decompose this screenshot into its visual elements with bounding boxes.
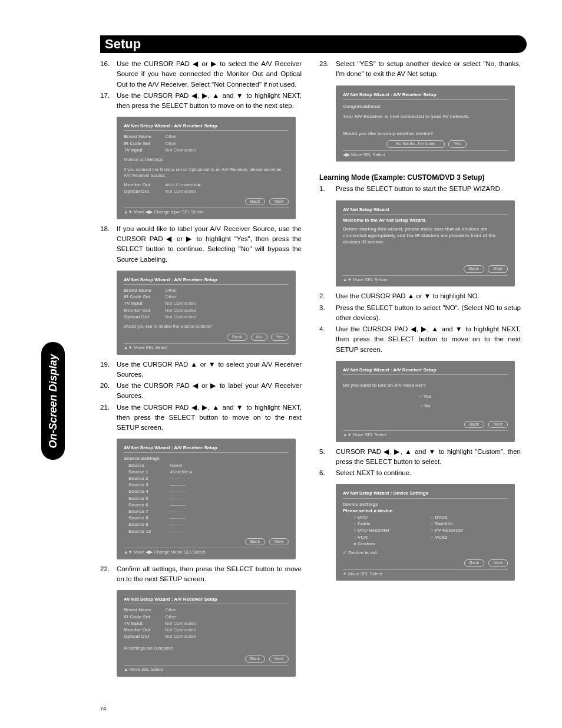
yes-button[interactable]: Yes	[271, 334, 289, 341]
step-text: Use the CURSOR PAD ◀, ▶, ▲ and ▼ to high…	[117, 91, 302, 111]
section-heading: Learning Mode (Example: CUSTOM/DVD 3 Set…	[319, 172, 521, 183]
device-set-status: ✓ Device is set.	[343, 549, 508, 556]
field-label: Optical Out	[124, 633, 165, 640]
step-text: Use the CURSOR PAD ▲ or ▼ to select your…	[117, 360, 302, 380]
yes-button[interactable]: Yes	[448, 140, 466, 148]
back-button[interactable]: Back	[245, 538, 266, 546]
screen-footer: ▲▼ Move SEL Return	[343, 275, 508, 284]
side-tab-label: On-Screen Display	[47, 354, 59, 448]
screen-title: AV Net Setup Wizard : A/V Receiver Setup	[343, 91, 508, 100]
next-button[interactable]: Next	[269, 198, 289, 206]
source-label: Source 6	[124, 502, 170, 508]
field-label: IR Code Set	[124, 140, 165, 147]
step-text: Select "YES" to setup another device or …	[336, 59, 521, 80]
field-label: IR Code Set	[124, 614, 165, 620]
device-option[interactable]: ○ VCR2	[431, 534, 508, 541]
back-button[interactable]: Back	[245, 198, 266, 206]
column-header: Source	[124, 462, 170, 469]
step-number: 20.	[100, 381, 117, 401]
source-label: Source 3	[124, 482, 170, 488]
screen-title: AV Net Setup Wizard : A/V Receiver Setup	[124, 123, 289, 131]
field-value: Other	[165, 614, 289, 620]
field-value: Not Connected	[165, 300, 289, 307]
screen-title: AV Net Setup Wizard : A/V Receiver Setup	[124, 596, 289, 604]
side-tab: On-Screen Display	[41, 342, 65, 460]
no-thanks-button[interactable]: No thanks, I'm done.	[386, 140, 445, 148]
field-value: Other	[165, 294, 289, 300]
screen-message: Welcome to the AV Net Setup Wizard.	[343, 217, 508, 223]
step-number: 1.	[319, 184, 336, 194]
right-column: 23.Select "YES" to setup another device …	[319, 59, 521, 704]
next-button[interactable]: Next	[269, 538, 289, 546]
step-text: Press the SELECT button to select "NO". …	[336, 303, 521, 324]
option-no[interactable]: ○ No	[343, 403, 508, 409]
field-value: Other	[165, 133, 289, 140]
field-value: Not Connected	[165, 188, 289, 195]
field-value: Other	[165, 287, 289, 294]
step-text: Use the CURSOR PAD ▲ or ▼ to highlight N…	[336, 291, 521, 301]
tv-screen: AV Net Setup Wizard : A/V Receiver Setup…	[117, 590, 296, 677]
field-label: TV Input	[124, 620, 165, 627]
field-value: Not Connected	[165, 147, 289, 153]
option-yes[interactable]: ○ Yes	[343, 393, 508, 400]
device-option[interactable]: ○ DVD	[353, 514, 431, 521]
device-option[interactable]: ○ Satellite	[431, 521, 508, 527]
step-text: If you would like to label your A/V Rece…	[117, 224, 302, 265]
device-option[interactable]: ○ DVD Recorder	[353, 527, 431, 533]
field-value: Not Connected	[165, 620, 289, 627]
tv-screen: AV Net Setup Wizard : A/V Receiver Setup…	[336, 85, 515, 162]
device-option[interactable]: ○ Cable	[353, 521, 431, 527]
back-button[interactable]: Back	[464, 265, 484, 273]
field-label: Monitor Out	[124, 307, 165, 314]
field-value: ◂Not Connected▸	[165, 182, 289, 188]
next-button[interactable]: Next	[269, 655, 289, 663]
screen-title: AV Net Setup Wizard : A/V Receiver Setup	[343, 367, 508, 375]
back-button[interactable]: Back	[464, 559, 485, 567]
step-number: 5.	[319, 447, 336, 467]
tv-screen: AV Net Setup Wizard : A/V Receiver Setup…	[117, 117, 296, 219]
screen-message: Your A/V Receiver is now connected to yo…	[343, 113, 508, 120]
device-option[interactable]: ○ VCR	[353, 534, 431, 541]
device-option[interactable]: ○ PV Recorder	[431, 527, 508, 533]
source-label: Source 1	[124, 469, 170, 475]
source-value: ----------	[170, 528, 289, 535]
start-button[interactable]: Start	[488, 265, 508, 273]
screen-footer: ▲ Move SEL Select	[124, 665, 289, 673]
step-text: Use the CURSOR PAD ◀ or ▶ to select the …	[117, 59, 302, 90]
step-text: CURSOR PAD ◀, ▶, ▲ and ▼ to highlight "C…	[336, 447, 521, 467]
back-button[interactable]: Back	[464, 421, 485, 429]
step-number: 21.	[100, 403, 117, 433]
source-value: ----------	[170, 502, 289, 508]
field-label: IR Code Set	[124, 294, 165, 300]
device-option[interactable]: ○ DVD2	[431, 514, 508, 521]
source-value: ----------	[170, 521, 289, 528]
field-label: Monitor Out	[124, 627, 165, 633]
screen-question: Would you like to setup another device?	[343, 130, 508, 137]
tv-screen: AV Net Setup Wizard : A/V Receiver Setup…	[117, 439, 296, 559]
column-header: Name	[170, 462, 289, 469]
field-label: Optical Out	[124, 314, 165, 320]
field-value: Not Connected	[165, 627, 289, 633]
no-button[interactable]: No	[251, 334, 267, 341]
screen-footer: ▲▼ Move SEL Select	[343, 430, 508, 439]
device-option[interactable]: ● Custom	[353, 541, 431, 547]
step-number: 19.	[100, 360, 117, 380]
field-value: Other	[165, 140, 289, 147]
step-number: 4.	[319, 324, 336, 355]
source-label: Source 9	[124, 521, 170, 528]
screen-footer: ▲▼ Move ◀▶ Change Name SEL Select	[124, 548, 289, 556]
next-button[interactable]: Next	[488, 559, 508, 567]
step-number: 16.	[100, 59, 117, 90]
screen-question: Do you want to use an A/V Receiver?	[343, 382, 508, 388]
back-button[interactable]: Back	[227, 334, 247, 341]
next-button[interactable]: Next	[488, 421, 508, 429]
source-label: Source 7	[124, 508, 170, 515]
screen-title: AV Net Setup Wizard : Device Settings	[343, 490, 508, 498]
field-label: Monitor Out	[124, 182, 165, 188]
section-header: Setup	[100, 35, 527, 53]
back-button[interactable]: Back	[245, 655, 266, 663]
field-label: Brand Name	[124, 287, 165, 294]
screen-message: Congratulations!	[343, 103, 508, 110]
screen-footer: ✦ Move SEL Select	[343, 569, 508, 578]
field-value: Not Connected	[165, 314, 289, 320]
